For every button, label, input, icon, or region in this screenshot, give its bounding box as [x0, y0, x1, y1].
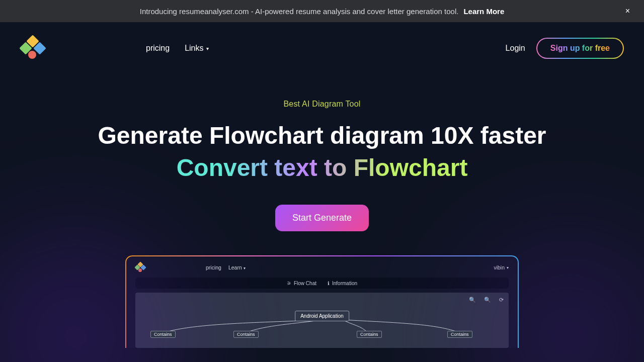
login-link[interactable]: Login: [506, 44, 525, 53]
announcement-banner: Introducing resumeanalyser.com - AI-powe…: [0, 0, 644, 22]
flow-edge-label: Contains: [150, 331, 176, 338]
site-logo[interactable]: [20, 36, 45, 61]
demo-user-label: vibin: [494, 264, 505, 270]
signup-label: Sign up for free: [550, 44, 610, 52]
flowchart-icon: ⚞: [287, 281, 291, 286]
nav-pricing-label: pricing: [146, 44, 170, 53]
start-generate-button[interactable]: Start Generate: [275, 205, 369, 231]
flow-node-root[interactable]: Android Application: [295, 311, 349, 321]
tab-flowchat-label: Flow Chat: [294, 281, 316, 286]
tab-information-label: Information: [332, 281, 357, 286]
chevron-down-icon: ▾: [206, 46, 209, 51]
demo-nav-learn[interactable]: Learn ▾: [228, 264, 246, 270]
demo-canvas[interactable]: 🔍 🔍 ⟳ Android Application Contains Conta…: [135, 293, 509, 348]
flow-edge-label: Contains: [357, 331, 382, 338]
flow-edge-label: Contains: [447, 331, 472, 338]
announcement-learn-more-link[interactable]: Learn More: [463, 7, 504, 16]
nav-links-dropdown[interactable]: Links ▾: [185, 44, 208, 53]
nav-pricing[interactable]: pricing: [146, 44, 170, 53]
hero-section: Best AI Diagram Tool Generate Flowchart …: [0, 63, 644, 231]
demo-user-menu[interactable]: vibin ▾: [494, 264, 509, 270]
announcement-text: Introducing resumeanalyser.com - AI-powe…: [140, 7, 459, 16]
chevron-down-icon: ▾: [244, 266, 246, 270]
login-label: Login: [506, 44, 525, 52]
demo-window: pricing Learn ▾ vibin ▾ ⚞ Flow Chat: [125, 255, 519, 348]
demo-header: pricing Learn ▾ vibin ▾: [135, 260, 509, 275]
primary-nav: pricing Links ▾: [146, 44, 209, 53]
nav-links-label: Links: [185, 44, 203, 53]
info-icon: ℹ: [328, 281, 330, 286]
tab-information[interactable]: ℹ Information: [328, 281, 357, 286]
signup-button[interactable]: Sign up for free: [536, 38, 624, 59]
hero-subhead: Convert text to Flowchart: [177, 154, 468, 182]
close-icon[interactable]: ×: [625, 7, 630, 15]
demo-nav-pricing[interactable]: pricing: [206, 264, 221, 270]
demo-logo: [135, 262, 145, 273]
demo-tabs: ⚞ Flow Chat ℹ Information: [135, 278, 509, 289]
start-generate-label: Start Generate: [292, 213, 352, 223]
hero-eyebrow: Best AI Diagram Tool: [0, 100, 644, 109]
site-header: pricing Links ▾ Login Sign up for free: [0, 22, 644, 63]
tab-flowchat[interactable]: ⚞ Flow Chat: [287, 281, 316, 286]
flow-edge-label: Contains: [233, 331, 259, 338]
chevron-down-icon: ▾: [507, 265, 509, 270]
hero-headline: Generate Flowchart diagram 10X faster: [96, 121, 548, 151]
demo-nav-learn-label: Learn: [228, 264, 242, 270]
